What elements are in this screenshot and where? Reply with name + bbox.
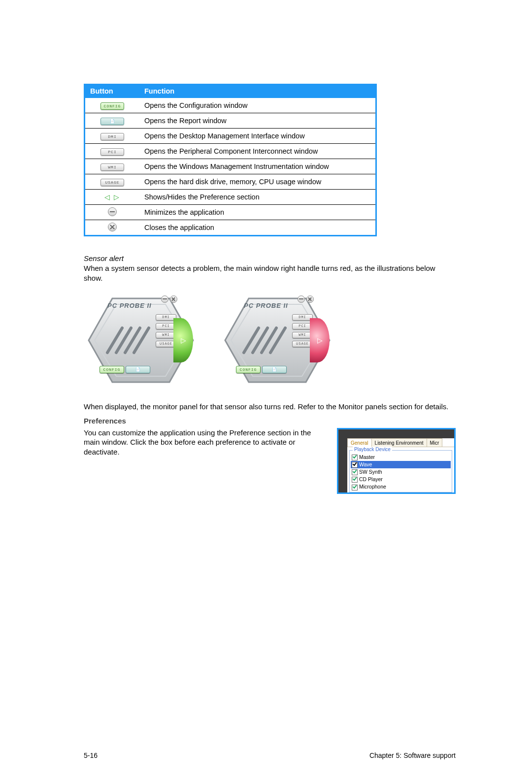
dmi-button[interactable]: DMI [100, 133, 124, 140]
toggle-preference-icon[interactable]: ◁ ▷ [104, 193, 120, 201]
table-row: CONFIGOpens the Configuration window [85, 98, 376, 113]
page-number: 5-16 [84, 751, 98, 759]
playback-device-label: Playback Device [353, 447, 392, 452]
preferences-heading: Preferences [84, 417, 456, 425]
preferences-text: You can customize the application using … [84, 428, 322, 457]
probe-title: PC PROBE II [244, 302, 288, 309]
probe-normal: PC PROBE II DMIPCIWMIUSAGE ▷ CONFIG📄 [84, 294, 198, 387]
list-item[interactable]: Wave [351, 461, 451, 468]
th-button: Button [85, 85, 140, 98]
preferences-screenshot: GeneralListening EnvironmentMicr Playbac… [337, 428, 456, 494]
report-button[interactable]: 📄 [126, 366, 150, 373]
sensor-alert-heading: Sensor alert [84, 254, 456, 262]
button-function-table: Button Function CONFIGOpens the Configur… [84, 84, 377, 236]
close-icon[interactable] [108, 223, 117, 231]
wmi-button[interactable]: WMI [100, 163, 124, 171]
report-button[interactable]: 📄 [262, 366, 287, 373]
checkbox-icon[interactable] [352, 485, 358, 490]
sensor-note: When displayed, the monitor panel for th… [84, 402, 456, 412]
minimize-icon[interactable] [161, 295, 168, 303]
list-item[interactable]: SW Synth [351, 468, 451, 476]
table-row: USAGEOpens the hard disk drive, memory, … [85, 174, 376, 190]
tab-micr[interactable]: Micr [427, 438, 443, 447]
tab-listening-environment[interactable]: Listening Environment [371, 438, 427, 447]
table-row: Minimizes the application [85, 205, 376, 220]
list-item[interactable]: CD Player [351, 476, 451, 483]
close-icon[interactable] [170, 295, 177, 303]
close-icon[interactable] [306, 295, 314, 303]
usage-button[interactable]: USAGE [100, 179, 124, 186]
table-row: PCIOpens the Peripheral Component Interc… [85, 144, 376, 159]
config-button[interactable]: CONFIG [100, 102, 124, 110]
sensor-alert-text: When a system sensor detects a problem, … [84, 263, 456, 283]
function-desc: Opens the Peripheral Component Interconn… [139, 144, 376, 159]
📄-button[interactable]: 📄 [100, 118, 124, 125]
function-desc: Shows/Hides the Preference section [139, 190, 376, 205]
function-desc: Opens the Desktop Management Interface w… [139, 129, 376, 144]
probe-alert: PC PROBE II DMIPCIWMIUSAGE ▷ CONFIG📄 [220, 294, 334, 387]
checkbox-icon[interactable] [352, 469, 358, 475]
function-desc: Opens the hard disk drive, memory, CPU u… [139, 174, 376, 190]
list-item[interactable]: Master [351, 454, 451, 461]
table-row: ◁ ▷Shows/Hides the Preference section [85, 190, 376, 205]
function-desc: Minimizes the application [139, 205, 376, 220]
checkbox-icon[interactable] [352, 462, 358, 468]
table-row: 📄Opens the Report window [85, 113, 376, 129]
tab-general[interactable]: General [347, 438, 372, 447]
table-row: WMIOpens the Windows Management Instrume… [85, 159, 376, 174]
config-button[interactable]: CONFIG [236, 366, 261, 373]
pci-button[interactable]: PCI [100, 148, 124, 156]
probe-illustrations: PC PROBE II DMIPCIWMIUSAGE ▷ CONFIG📄 [84, 294, 456, 387]
list-item[interactable]: Microphone [351, 483, 451, 490]
checkbox-icon[interactable] [352, 477, 358, 483]
function-desc: Opens the Windows Management Instrumenta… [139, 159, 376, 174]
probe-title: PC PROBE II [107, 302, 152, 309]
checkbox-icon[interactable] [352, 455, 358, 460]
function-desc: Closes the application [139, 220, 376, 236]
table-row: DMIOpens the Desktop Management Interfac… [85, 129, 376, 144]
chapter-label: Chapter 5: Software support [369, 751, 456, 759]
minimize-icon[interactable] [108, 207, 117, 216]
th-function: Function [139, 85, 376, 98]
function-desc: Opens the Report window [139, 113, 376, 129]
config-button[interactable]: CONFIG [100, 366, 124, 373]
minimize-icon[interactable] [298, 295, 305, 303]
table-row: Closes the application [85, 220, 376, 236]
function-desc: Opens the Configuration window [139, 98, 376, 113]
